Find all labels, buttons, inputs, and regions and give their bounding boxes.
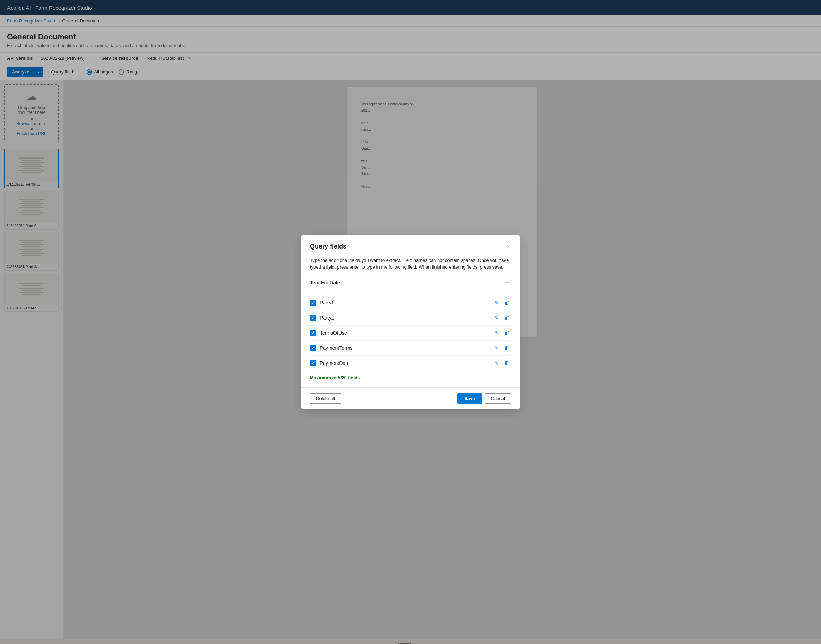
footer-right-actions: Save Cancel — [457, 393, 511, 403]
field-checkbox-party1[interactable] — [310, 299, 316, 306]
edit-party2-button[interactable]: ✎ — [493, 314, 500, 322]
field-list: Party1 ✎ 🗑 Party2 ✎ 🗑 Term — [310, 295, 511, 371]
delete-party2-button[interactable]: 🗑 — [503, 314, 511, 322]
edit-paymentdate-button[interactable]: ✎ — [493, 359, 500, 367]
field-checkbox-party2[interactable] — [310, 314, 316, 321]
edit-party1-button[interactable]: ✎ — [493, 299, 500, 307]
modal-close-button[interactable]: × — [505, 242, 511, 251]
query-input-row: + — [310, 278, 511, 288]
field-actions-termsofuse: ✎ 🗑 — [493, 329, 511, 337]
modal-footer: Delete all Save Cancel — [301, 387, 520, 409]
field-name-paymentdate: PaymentDate — [320, 360, 489, 366]
delete-all-button[interactable]: Delete all — [310, 393, 341, 403]
field-checkbox-paymentterms[interactable] — [310, 345, 316, 351]
modal-description: Type the additional fields you want to e… — [310, 257, 511, 271]
delete-termsofuse-button[interactable]: 🗑 — [503, 329, 511, 337]
query-field-input[interactable] — [310, 278, 503, 288]
field-checkbox-termsofuse[interactable] — [310, 330, 316, 336]
modal-title: Query fields — [310, 243, 346, 250]
edit-paymentterms-button[interactable]: ✎ — [493, 344, 500, 352]
add-field-button[interactable]: + — [503, 278, 511, 287]
field-item-paymentterms: PaymentTerms ✎ 🗑 — [310, 340, 511, 356]
field-name-party2: Party2 — [320, 315, 489, 320]
modal-body: Type the additional fields you want to e… — [301, 257, 520, 387]
field-actions-party2: ✎ 🗑 — [493, 314, 511, 322]
max-fields-notice: Maximum of 5/20 fields — [310, 375, 511, 380]
save-button[interactable]: Save — [457, 393, 482, 403]
delete-party1-button[interactable]: 🗑 — [503, 299, 511, 307]
field-item-party2: Party2 ✎ 🗑 — [310, 310, 511, 325]
edit-termsofuse-button[interactable]: ✎ — [493, 329, 500, 337]
field-checkbox-paymentdate[interactable] — [310, 360, 316, 366]
field-item-party1: Party1 ✎ 🗑 — [310, 295, 511, 310]
field-actions-party1: ✎ 🗑 — [493, 299, 511, 307]
field-item-termsofuse: TermsOfUse ✎ 🗑 — [310, 325, 511, 340]
field-actions-paymentterms: ✎ 🗑 — [493, 344, 511, 352]
field-name-party1: Party1 — [320, 300, 489, 305]
field-actions-paymentdate: ✎ 🗑 — [493, 359, 511, 367]
modal-header: Query fields × — [301, 235, 520, 257]
cancel-button[interactable]: Cancel — [485, 393, 511, 403]
query-fields-modal: Query fields × Type the additional field… — [301, 235, 520, 409]
delete-paymentterms-button[interactable]: 🗑 — [503, 344, 511, 352]
field-item-paymentdate: PaymentDate ✎ 🗑 — [310, 356, 511, 371]
field-name-paymentterms: PaymentTerms — [320, 345, 489, 351]
field-name-termsofuse: TermsOfUse — [320, 330, 489, 336]
modal-overlay: Query fields × Type the additional field… — [0, 0, 821, 644]
delete-paymentdate-button[interactable]: 🗑 — [503, 359, 511, 367]
